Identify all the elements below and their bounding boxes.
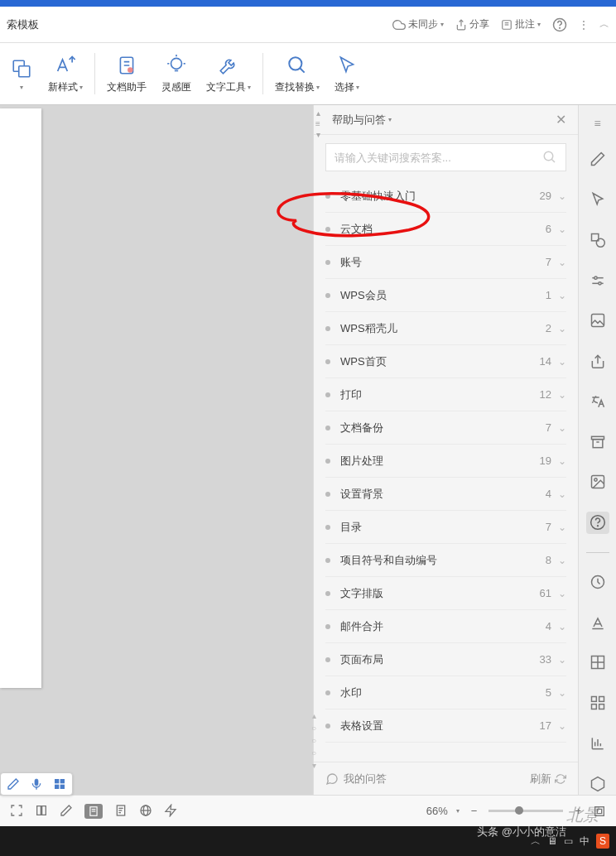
panel-scroll-handle[interactable]: ▴○○○▾	[311, 711, 316, 770]
text-tools-button[interactable]: 文字工具▾	[200, 50, 257, 98]
collapse-ribbon[interactable]: ︿	[599, 17, 609, 31]
chevron-down-icon: ⌄	[558, 190, 566, 202]
bullet-icon	[325, 525, 330, 530]
help-item[interactable]: 打印 12 ⌄	[325, 378, 566, 411]
document-canvas[interactable]	[0, 105, 313, 795]
svg-point-16	[289, 57, 301, 70]
help-item[interactable]: 云文档 6 ⌄	[325, 213, 566, 246]
voice-tool[interactable]	[29, 777, 44, 791]
sync-status[interactable]: 未同步 ▾	[392, 17, 444, 31]
rail-menu-icon[interactable]: ≡	[594, 117, 600, 130]
pen-tool[interactable]	[6, 777, 21, 791]
fullscreen-button[interactable]	[10, 804, 23, 819]
rail-settings[interactable]	[586, 269, 609, 291]
help-item[interactable]: 账号 7 ⌄	[325, 246, 566, 279]
shape-icon	[590, 232, 606, 248]
chevron-down-icon: ▾	[440, 21, 444, 28]
help-item[interactable]: 水印 5 ⌄	[325, 676, 566, 709]
help-item[interactable]: 文字排版 61 ⌄	[325, 577, 566, 610]
help-item-count: 17	[540, 719, 551, 732]
select-button[interactable]: 选择▾	[328, 50, 366, 98]
help-item-label: 打印	[340, 387, 540, 402]
cursor-icon	[336, 55, 358, 76]
style-a-button[interactable]: ▾	[3, 54, 40, 94]
help-item-count: 12	[540, 388, 551, 401]
quick-access-button[interactable]	[164, 804, 177, 819]
reading-view-button[interactable]	[35, 804, 48, 819]
chevron-down-icon: ⌄	[558, 422, 566, 434]
panel-collapse-handle[interactable]: ▴≡▾	[311, 105, 325, 139]
zoom-out-button[interactable]: −	[468, 805, 481, 817]
edit-view-button[interactable]	[60, 804, 73, 819]
more-menu[interactable]: ⋮	[579, 19, 588, 31]
help-item-count: 8	[546, 554, 551, 566]
lightning-icon	[164, 804, 177, 817]
rail-underline[interactable]	[586, 611, 609, 633]
rail-shape[interactable]	[586, 229, 609, 252]
help-item[interactable]: 项目符号和自动编号 8 ⌄	[325, 544, 566, 577]
pencil-icon	[60, 804, 73, 817]
refresh-button[interactable]: 刷新	[530, 772, 566, 786]
rail-hex[interactable]	[586, 772, 609, 795]
help-item[interactable]: 设置背景 4 ⌄	[325, 478, 566, 511]
apps-tool[interactable]	[52, 777, 67, 791]
help-item[interactable]: WPS首页 14 ⌄	[325, 345, 566, 378]
close-icon: ✕	[556, 113, 566, 127]
help-item-count: 2	[546, 322, 551, 334]
bullet-icon	[325, 392, 330, 397]
share-button[interactable]: 分享	[455, 17, 489, 31]
web-view-button[interactable]	[139, 804, 152, 819]
rail-help[interactable]	[586, 512, 609, 534]
share-icon	[455, 19, 467, 31]
new-style-button[interactable]: 新样式▾	[41, 50, 89, 98]
help-item[interactable]: WPS会员 1 ⌄	[325, 279, 566, 312]
doc-helper-button[interactable]: 文档助手	[100, 50, 153, 98]
help-search[interactable]	[325, 143, 566, 171]
book-icon	[35, 804, 48, 817]
help-item-count: 7	[546, 256, 551, 268]
outline-view-button[interactable]	[114, 804, 128, 819]
rail-archive[interactable]	[586, 430, 609, 453]
help-item[interactable]: 邮件合并 4 ⌄	[325, 610, 566, 643]
close-panel-button[interactable]: ✕	[556, 112, 566, 127]
panel-title[interactable]: 帮助与问答 ▾	[332, 113, 392, 127]
svg-rect-20	[55, 779, 59, 783]
search-input[interactable]	[334, 151, 542, 164]
chevron-down-icon: ⌄	[558, 488, 566, 500]
annotate-button[interactable]: 批注 ▾	[501, 17, 541, 31]
rail-pencil[interactable]	[586, 148, 609, 171]
help-item-count: 33	[540, 653, 551, 666]
help-button[interactable]	[552, 17, 567, 32]
help-item[interactable]: 表格设置 17 ⌄	[325, 709, 566, 743]
ime-lang[interactable]: 中	[580, 834, 590, 849]
rail-table[interactable]	[586, 652, 609, 674]
find-replace-button[interactable]: 查找替换▾	[268, 50, 326, 98]
help-item[interactable]: 文档备份 7 ⌄	[325, 411, 566, 445]
rail-export[interactable]	[586, 350, 609, 373]
inspiration-button[interactable]: 灵感匣	[155, 50, 198, 98]
help-item[interactable]: 页面布局 33 ⌄	[325, 643, 566, 676]
rail-cursor[interactable]	[586, 189, 609, 211]
rail-translate[interactable]	[586, 391, 609, 413]
help-item[interactable]: 零基础快速入门 29 ⌄	[325, 180, 566, 213]
rail-image[interactable]	[586, 310, 609, 332]
fit-screen-button[interactable]	[593, 805, 606, 818]
my-qa-button[interactable]: 我的问答	[325, 772, 387, 786]
svg-point-31	[598, 281, 600, 284]
help-item[interactable]: WPS稻壳儿 2 ⌄	[325, 312, 566, 345]
search-icon[interactable]	[542, 150, 557, 165]
rail-history[interactable]	[586, 570, 609, 593]
page-view-button[interactable]	[84, 804, 103, 819]
help-item[interactable]: 图片处理 19 ⌄	[325, 445, 566, 478]
rail-apps[interactable]	[586, 692, 609, 714]
help-item-label: 设置背景	[340, 487, 546, 502]
zoom-slider[interactable]	[488, 810, 563, 812]
ime-indicator[interactable]: S	[596, 834, 609, 849]
help-item[interactable]: 目录 7 ⌄	[325, 511, 566, 544]
rail-picture[interactable]	[586, 471, 609, 493]
text-style-icon	[54, 54, 77, 77]
rail-chart[interactable]	[586, 732, 609, 754]
zoom-in-button[interactable]: +	[571, 805, 585, 817]
bullet-icon	[325, 690, 330, 695]
zoom-level[interactable]: 66%	[426, 805, 448, 817]
